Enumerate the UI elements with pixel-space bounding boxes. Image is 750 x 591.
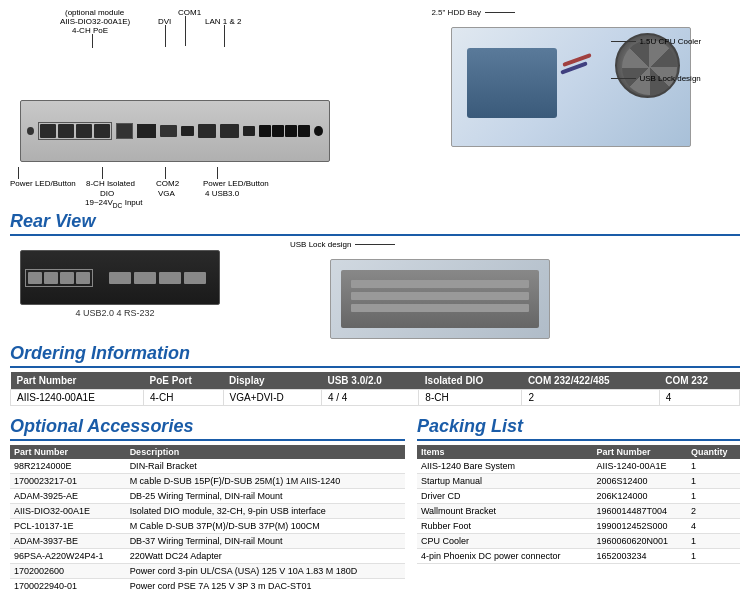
label-optional-module: (optional module xyxy=(65,8,124,17)
rear-view-heading: Rear View xyxy=(10,211,740,236)
audio-port xyxy=(314,126,323,136)
packing-cell-0: CPU Cooler xyxy=(417,534,593,549)
packing-cell-1: 206K124000 xyxy=(592,489,687,504)
rear-panel-area: 4 USB2.0 4 RS-232 xyxy=(10,240,220,318)
rear-view-section: Rear View xyxy=(10,211,740,339)
col-usb: USB 3.0/2.0 xyxy=(321,372,418,390)
usb3-port-4 xyxy=(298,125,310,137)
label-power-led: Power LED/Button xyxy=(10,179,76,188)
ordering-cell-3: 4 / 4 xyxy=(321,390,418,406)
poe-port-1 xyxy=(40,124,56,138)
rear-bottom-label: 4 USB2.0 4 RS-232 xyxy=(10,308,220,318)
accessories-table: Part Number Description 98R2124000EDIN-R… xyxy=(10,445,405,591)
com1-port xyxy=(181,126,193,136)
packing-cell-2: 1 xyxy=(687,459,740,474)
packing-cell-2: 1 xyxy=(687,549,740,564)
right-diagram: 2.5" HDD Bay 1.5U CPU Cooler xyxy=(431,8,740,205)
rear-usb-lock-label-area: USB Lock design xyxy=(290,240,550,249)
packing-row: 4-pin Phoenix DC power connector16520032… xyxy=(417,549,740,564)
packing-cell-2: 1 xyxy=(687,489,740,504)
packing-row: Driver CD206K1240001 xyxy=(417,489,740,504)
col-part-number: Part Number xyxy=(11,372,144,390)
bottom-section: Optional Accessories Part Number Descrip… xyxy=(10,412,740,591)
label-8ch-isolated: 8-CH Isolated xyxy=(86,179,135,188)
col-poe-port: PoE Port xyxy=(144,372,223,390)
col-com-232: COM 232 xyxy=(659,372,739,390)
col-isolated-dio: Isolated DIO xyxy=(419,372,522,390)
poe-port-2 xyxy=(58,124,74,138)
label-aiis-dio32: AIIS-DIO32-00A1E) xyxy=(60,17,130,26)
usb3-port-1 xyxy=(259,125,271,137)
accessory-cell-0: ADAM-3925-AE xyxy=(10,489,126,504)
rear-usb-2 xyxy=(44,272,58,284)
page: (optional module AIIS-DIO32-00A1E) 4-CH … xyxy=(0,0,750,591)
packing-cell-2: 1 xyxy=(687,474,740,489)
accessory-cell-0: 98R2124000E xyxy=(10,459,126,474)
accessory-row: ADAM-3925-AEDB-25 Wiring Terminal, DIN-r… xyxy=(10,489,405,504)
accessory-cell-1: Power cord 3-pin UL/CSA (USA) 125 V 10A … xyxy=(126,564,405,579)
accessory-cell-1: Power cord PSE 7A 125 V 3P 3 m DAC-ST01 xyxy=(126,579,405,592)
accessory-cell-1: DB-37 Wiring Terminal, DIN-rail Mount xyxy=(126,534,405,549)
accessory-row: AIIS-DIO32-00A1EIsolated DIO module, 32-… xyxy=(10,504,405,519)
packing-cell-0: Driver CD xyxy=(417,489,593,504)
ordering-cell-5: 2 xyxy=(522,390,659,406)
packing-cell-2: 4 xyxy=(687,519,740,534)
com2-port xyxy=(243,126,255,136)
pack-col-part: Part Number xyxy=(592,445,687,459)
lan1-port xyxy=(198,124,217,138)
acc-col-desc: Description xyxy=(126,445,405,459)
packing-row: Rubber Foot1990012452S0004 xyxy=(417,519,740,534)
accessory-cell-1: M cable D-SUB 15P(F)/D-SUB 25M(1) 1M AII… xyxy=(126,474,405,489)
hdd-bay-visual xyxy=(467,48,557,118)
accessory-cell-0: 96PSA-A220W24P4-1 xyxy=(10,549,126,564)
packing-row: Wallmount Bracket1960014487T0042 xyxy=(417,504,740,519)
front-diagram: (optional module AIIS-DIO32-00A1E) 4-CH … xyxy=(10,8,421,205)
packing-list-section: Packing List Items Part Number Quantity … xyxy=(417,412,740,591)
ordering-cell-6: 4 xyxy=(659,390,739,406)
accessory-cell-1: DIN-Rail Bracket xyxy=(126,459,405,474)
accessory-row: 98R2124000EDIN-Rail Bracket xyxy=(10,459,405,474)
packing-cell-1: 1990012452S000 xyxy=(592,519,687,534)
rear-serial-4 xyxy=(184,272,206,284)
packing-cell-2: 1 xyxy=(687,534,740,549)
label-4usb30: 4 USB3.0 xyxy=(205,189,239,198)
led-button-port xyxy=(27,127,34,135)
rear-usb-3 xyxy=(60,272,74,284)
accessory-cell-1: DB-25 Wiring Terminal, DIN-rail Mount xyxy=(126,489,405,504)
rear-panel xyxy=(20,250,220,305)
label-4ch-poe: 4-CH PoE xyxy=(72,26,108,35)
dvi-port xyxy=(137,124,156,138)
accessory-row: ADAM-3937-BEDB-37 Wiring Terminal, DIN-r… xyxy=(10,534,405,549)
packing-cell-1: 1652003234 xyxy=(592,549,687,564)
label-hdd-bay: 2.5" HDD Bay xyxy=(431,8,481,17)
rear-right-image xyxy=(330,259,550,339)
label-dio: DIO xyxy=(100,189,114,198)
ordering-cell-2: VGA+DVI-D xyxy=(223,390,321,406)
rack-unit-visual xyxy=(341,270,539,328)
right-annotation-cpu: 1.5U CPU Cooler xyxy=(611,37,711,46)
lan2-port xyxy=(220,124,239,138)
usb3-port-2 xyxy=(272,125,284,137)
pack-col-items: Items xyxy=(417,445,593,459)
packing-cell-0: AIIS-1240 Bare System xyxy=(417,459,593,474)
dio-connector xyxy=(116,123,133,139)
ordering-cell-4: 8-CH xyxy=(419,390,522,406)
packing-cell-0: Rubber Foot xyxy=(417,519,593,534)
accessory-cell-0: 1700023217-01 xyxy=(10,474,126,489)
accessory-cell-1: Isolated DIO module, 32-CH, 9-pin USB in… xyxy=(126,504,405,519)
packing-heading: Packing List xyxy=(417,416,740,441)
rear-serial-1 xyxy=(109,272,131,284)
accessory-cell-1: 220Watt DC24 Adapter xyxy=(126,549,405,564)
front-panel xyxy=(20,100,330,162)
accessory-cell-0: ADAM-3937-BE xyxy=(10,534,126,549)
ordering-section: Ordering Information Part Number PoE Por… xyxy=(10,343,740,406)
accessory-cell-0: 1700022940-01 xyxy=(10,579,126,592)
packing-table: Items Part Number Quantity AIIS-1240 Bar… xyxy=(417,445,740,564)
col-display: Display xyxy=(223,372,321,390)
accessory-cell-0: PCL-10137-1E xyxy=(10,519,126,534)
packing-cell-0: Startup Manual xyxy=(417,474,593,489)
accessory-row: PCL-10137-1EM Cable D-SUB 37P(M)/D-SUB 3… xyxy=(10,519,405,534)
label-usb-lock-top: USB Lock design xyxy=(639,74,700,83)
accessory-row: 1702002600Power cord 3-pin UL/CSA (USA) … xyxy=(10,564,405,579)
ordering-cell-0: AIIS-1240-00A1E xyxy=(11,390,144,406)
